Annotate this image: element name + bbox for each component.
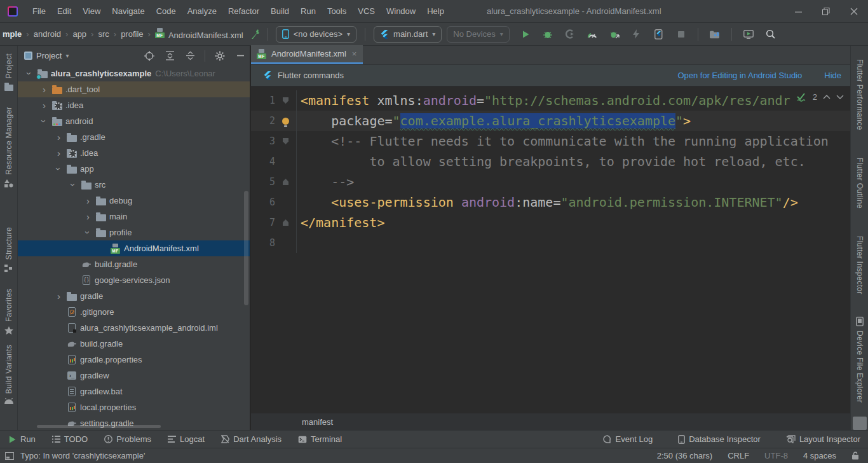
tree-item--idea[interactable]: ›.idea <box>18 97 250 113</box>
flutter-attach-icon[interactable] <box>653 29 665 40</box>
code-line-2[interactable]: 2 package="com.example.alura_crashlytics… <box>251 111 850 131</box>
encoding[interactable]: UTF-8 <box>764 451 788 460</box>
device-manager-icon[interactable] <box>709 29 721 40</box>
chevron-down-icon[interactable]: › <box>39 114 49 128</box>
tool-stripe-build-variants[interactable]: Build Variants <box>4 345 13 404</box>
chevron-down-icon[interactable]: › <box>83 226 93 239</box>
project-view-selector[interactable]: Project▾ <box>24 51 69 60</box>
tree-item-alura-crashlyticsexample-android-iml[interactable]: alura_crashlyticsexample_android.iml <box>18 320 250 336</box>
tree-item-src[interactable]: ›src <box>18 177 250 193</box>
line-separator[interactable]: CRLF <box>728 451 749 460</box>
breadcrumb-app[interactable]: app <box>71 29 88 39</box>
tree-item-gradle[interactable]: ›gradle <box>18 288 250 304</box>
running-devices-icon[interactable] <box>743 29 754 40</box>
tool-stripe-device-file-explorer[interactable]: Device File Explorer <box>855 317 864 403</box>
tool-window-button-event-log[interactable]: Event Log <box>603 434 653 444</box>
minimize-button[interactable] <box>784 0 812 23</box>
tree-item-main[interactable]: ›main <box>18 209 250 225</box>
profile-icon[interactable] <box>564 29 576 40</box>
tree-item--idea[interactable]: ›.idea <box>18 145 250 161</box>
menu-item-file[interactable]: File <box>27 4 51 18</box>
tool-window-button-layout[interactable]: Layout Inspector <box>786 434 860 444</box>
tree-item-androidmanifest-xml[interactable]: AndroidManifest.xml <box>18 240 250 256</box>
open-in-android-studio-link[interactable]: Open for Editing in Android Studio <box>677 71 802 80</box>
tree-item-build-gradle[interactable]: build.gradle <box>18 336 250 352</box>
run-config-selector[interactable]: main.dart▾ <box>374 26 442 43</box>
tool-stripe-structure[interactable]: Structure <box>4 227 13 272</box>
tool-stripe-project[interactable]: Project <box>4 53 13 93</box>
wrench-icon[interactable] <box>250 29 261 40</box>
menu-item-refactor[interactable]: Refactor <box>222 4 265 18</box>
chevron-down-icon[interactable]: › <box>25 67 34 80</box>
menu-item-code[interactable]: Code <box>151 4 182 18</box>
code-line-4[interactable]: 4 to allow setting breakpoints, to provi… <box>251 151 850 172</box>
code-line-3[interactable]: 3 <!-- Flutter needs it to communicate w… <box>251 131 850 151</box>
fold-marker-icon[interactable] <box>275 90 297 111</box>
code-line-8[interactable]: 8 <box>251 233 850 253</box>
code-line-6[interactable]: 6 <uses-permission android:name="android… <box>251 192 850 212</box>
menu-item-help[interactable]: Help <box>421 4 450 18</box>
tool-window-button-terminal[interactable]: Terminal <box>298 434 342 444</box>
chevron-right-icon[interactable]: › <box>81 196 95 205</box>
run-icon[interactable] <box>520 29 531 40</box>
tree-item-android[interactable]: ›android <box>18 113 250 129</box>
tree-horizontal-scrollbar[interactable] <box>37 425 161 428</box>
close-button[interactable] <box>840 0 868 23</box>
attach-debugger-icon[interactable] <box>609 29 620 40</box>
chevron-down-icon[interactable]: › <box>54 162 64 176</box>
device-selector[interactable]: <no devices>▾ <box>276 26 356 43</box>
tool-stripe-favorites[interactable]: Favorites <box>4 289 13 335</box>
stop-icon[interactable] <box>675 29 687 40</box>
fold-marker-icon[interactable] <box>275 172 297 192</box>
code-line-1[interactable]: 1<manifest xmlns:android="http://schemas… <box>251 90 850 111</box>
breadcrumb-androidmanifest-xml[interactable]: AndroidManifest.xml <box>154 28 245 40</box>
menu-item-navigate[interactable]: Navigate <box>106 4 150 18</box>
menu-item-window[interactable]: Window <box>381 4 421 18</box>
tool-window-button-problems[interactable]: Problems <box>104 434 151 444</box>
hide-banner-link[interactable]: Hide <box>824 71 841 80</box>
tab-close-icon[interactable]: × <box>352 49 357 59</box>
tree-item-debug[interactable]: ›debug <box>18 193 250 209</box>
tree-item-alura-crashlyticsexample[interactable]: ›alura_crashlyticsexampleC:\Users\Leonar <box>18 66 250 81</box>
tool-window-button-logcat[interactable]: Logcat <box>168 434 205 444</box>
indent[interactable]: 4 spaces <box>803 451 836 460</box>
breadcrumb-src[interactable]: src <box>97 29 110 39</box>
tool-stripe-flutter-performance[interactable]: Flutter Performance <box>855 55 864 130</box>
hide-panel-icon[interactable] <box>234 50 246 62</box>
breadcrumb-mple[interactable]: mple <box>1 29 23 39</box>
tool-stripe-flutter-outline[interactable]: Flutter Outline <box>855 153 864 209</box>
expand-all-icon[interactable] <box>164 50 175 62</box>
settings-gear-icon[interactable] <box>214 50 226 62</box>
tree-item-gradlew[interactable]: ›_gradlew <box>18 368 250 384</box>
breadcrumb-manifest[interactable]: manifest <box>302 417 333 427</box>
tree-item--gitignore[interactable]: .gitignore <box>18 304 250 320</box>
tool-window-button-dart[interactable]: Dart Analysis <box>221 434 281 444</box>
tree-item-gradle-properties[interactable]: gradle.properties <box>18 352 250 368</box>
tool-window-button-run[interactable]: Run <box>8 434 36 444</box>
chevron-right-icon[interactable]: › <box>81 212 95 221</box>
tree-item-google-services-json[interactable]: {}google-services.json <box>18 272 250 288</box>
menu-item-analyze[interactable]: Analyze <box>182 4 222 18</box>
fold-marker-icon[interactable] <box>275 212 297 233</box>
restore-button[interactable] <box>812 0 840 23</box>
profiler-icon[interactable] <box>587 29 598 40</box>
menu-item-tools[interactable]: Tools <box>322 4 352 18</box>
chevron-right-icon[interactable]: › <box>52 132 65 142</box>
tree-item-app[interactable]: ›app <box>18 161 250 177</box>
intention-bulb-icon[interactable] <box>275 111 297 131</box>
tool-stripe-resource-manager[interactable]: Resource Manager <box>4 107 13 188</box>
collapse-all-icon[interactable] <box>184 50 196 62</box>
menu-item-vcs[interactable]: VCS <box>352 4 381 18</box>
tool-stripe-flutter-inspector[interactable]: Flutter Inspector <box>855 232 864 294</box>
menu-item-build[interactable]: Build <box>265 4 295 18</box>
chevron-right-icon[interactable]: › <box>52 148 65 158</box>
hot-reload-icon[interactable] <box>631 29 642 40</box>
menu-item-view[interactable]: View <box>77 4 106 18</box>
tree-item-local-properties[interactable]: local.properties <box>18 399 250 415</box>
code-line-7[interactable]: 7</manifest> <box>251 212 850 233</box>
tree-item-profile[interactable]: ›profile <box>18 225 250 240</box>
breadcrumb-android[interactable]: android <box>32 29 62 39</box>
menu-item-edit[interactable]: Edit <box>51 4 77 18</box>
chevron-right-icon[interactable]: › <box>37 85 51 94</box>
fold-marker-icon[interactable] <box>275 131 297 151</box>
